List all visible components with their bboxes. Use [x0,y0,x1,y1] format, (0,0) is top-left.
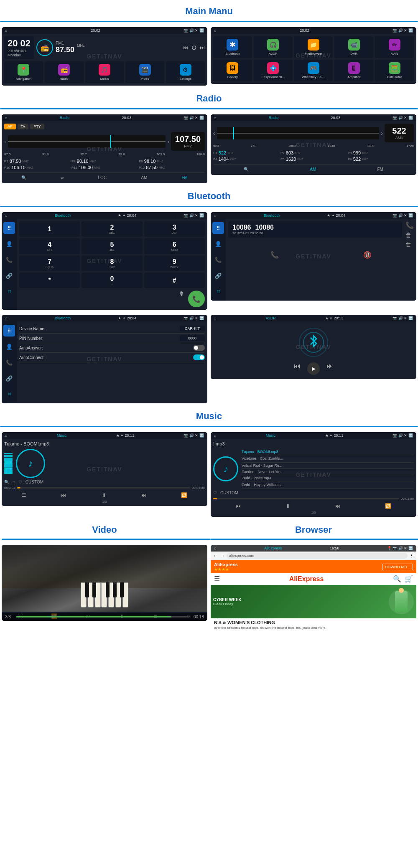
dial-star[interactable]: * [19,273,80,288]
dial-7[interactable]: 7PQRS [19,256,80,271]
app-dvr[interactable]: 📹 DVR [334,36,373,58]
a2dp-next-btn[interactable]: ⏭ [326,362,333,375]
playlist-item-4[interactable]: Zedd - Ignite.mp3 [242,475,414,481]
playlist-item-5[interactable]: Zedd、Hayley Williams... [242,481,414,489]
dial-8[interactable]: 8TUV [82,256,142,271]
dialpad-icon3[interactable]: ⠿ [3,325,15,337]
bt-sidebar-bt-icon2[interactable]: ⌗ [212,286,224,297]
browser-address-bar[interactable]: aliexpress.com [227,553,408,559]
home-icon-mm2[interactable]: ⌂ [214,28,216,33]
dial-0[interactable]: 0+ [82,273,142,288]
app-gallery[interactable]: 🖼 Gallery [213,60,252,81]
pin-value[interactable]: 0000 [180,335,205,341]
home-icon-browser[interactable]: ⌂ [214,546,216,550]
preset-p12[interactable]: P12 87.50 MHZ [139,165,205,170]
prev-btn-m2[interactable]: ⏮ [236,503,241,509]
search-btn1[interactable]: 🔍 [19,175,29,181]
fm-btn1[interactable]: FM [179,175,190,181]
contacts-icon[interactable]: 👤 [3,238,15,250]
preset-am-p6[interactable]: P6 522 KHZ [348,157,414,162]
tuner-prev-btn[interactable]: ‹ [4,138,6,145]
tuner-next-btn2[interactable]: › [381,130,383,137]
home-icon-m2[interactable]: ⌂ [214,433,216,438]
phone-tab-icon[interactable]: 📞 [270,251,279,259]
prev-btn-m1[interactable]: ⏮ [61,492,66,498]
app-bluetooth[interactable]: ✱ Bluetooth [213,36,252,58]
playlist-item-1[interactable]: Vicetone、Cozi Zuehls... [242,455,414,463]
tuner-prev-btn2[interactable]: ‹ [213,130,215,137]
preset-p11[interactable]: P11 108.00 MHZ [71,165,138,170]
app-wheelkey[interactable]: 🎮 Wheelkey Stu... [294,60,333,81]
home-icon-bt3[interactable]: ⌂ [5,316,7,320]
preset-am-p3[interactable]: P3 999 KHZ [348,150,414,155]
next-btn-m1[interactable]: ⏭ [141,492,146,498]
app-easyconn[interactable]: 💠 EasyConnecti... [254,60,293,81]
home-icon-r1[interactable]: ⌂ [5,116,7,120]
app-radio[interactable]: 📻 Radio [45,61,84,83]
a2dp-play-btn[interactable]: ▶ [307,362,320,375]
contacts-icon3[interactable]: 👤 [3,341,15,352]
end-call-icon[interactable]: 📵 [363,251,372,259]
app-video[interactable]: 🎬 Video [125,61,164,83]
heart-icon-m2[interactable]: ♡ [213,491,217,495]
contacts-icon2[interactable]: 👤 [212,238,224,250]
dial-6[interactable]: 6MNO [144,238,205,254]
progress-bar1[interactable] [17,487,190,488]
tuner-next-btn[interactable]: › [167,138,169,145]
preset-am-p4[interactable]: P4 1404 KHZ [213,157,279,162]
music-mode2[interactable]: CUSTOM [220,491,414,495]
playlist-item-2[interactable]: Virtual Riot - Sugar Ru... [242,463,414,469]
link-icon2[interactable]: 🔗 [212,270,224,281]
bt-sidebar-bt-icon3[interactable]: ⌗ [3,388,15,400]
dial-5[interactable]: 5JKL [82,238,142,254]
app-amplifier[interactable]: 🎛 Amplifier [334,60,373,81]
preset-p9[interactable]: P9 98.10 MHZ [139,159,205,164]
calls-icon3[interactable]: 📞 [3,357,15,368]
fm-btn2[interactable]: FM [375,166,385,172]
home-icon-mm1[interactable]: ⌂ [5,28,7,33]
playlist-icon-m1[interactable]: ☰ [22,492,26,498]
progress-bar2[interactable] [213,498,399,499]
ali-hamburger-icon[interactable]: ☰ [214,575,220,583]
app-filebrowser[interactable]: 📁 FileBrowser [294,36,333,58]
calls-icon[interactable]: 📞 [3,254,15,266]
dial-3[interactable]: 3DEF [144,221,205,237]
device-name-value[interactable]: CAR-KIT [180,326,205,332]
preset-am-p2[interactable]: P2 603 KHZ [280,150,347,155]
app-navigation[interactable]: 📍 Navigation [4,61,43,83]
radio-tab-af[interactable]: AF [4,124,16,129]
am-btn1[interactable]: AM [138,175,150,181]
preset-p8[interactable]: P8 90.10 MHZ [71,159,138,164]
bt-sidebar-bt-icon[interactable]: ⌗ [3,286,15,297]
a2dp-prev-btn[interactable]: ⏮ [294,362,301,375]
app-calculator[interactable]: 🧮 Calculator [375,60,414,81]
delete-all-icon[interactable]: 🗑 [405,241,414,248]
dial-1[interactable]: 1 [19,221,80,237]
link-icon[interactable]: 🔗 [3,270,15,281]
next-btn-m2[interactable]: ⏭ [335,503,340,509]
am-btn2[interactable]: AM [307,166,319,172]
radio-tab-ta[interactable]: TA [18,124,29,129]
video-progress-bar[interactable] [16,616,189,617]
dial-4[interactable]: 4GHI [19,238,80,254]
power-icon[interactable]: ⏻ [191,45,196,51]
music-mode1[interactable]: CUSTOM [25,480,205,484]
download-btn[interactable]: DOWNLOAD ↓ [382,564,413,570]
radio-tab-pty[interactable]: PTY [30,124,44,129]
loop-btn1[interactable]: ∞ [58,175,66,181]
search-btn2[interactable]: 🔍 [241,166,251,172]
mic-icon[interactable]: 🎙 [179,291,185,307]
app-avin[interactable]: ✏ AVIN [375,36,414,58]
dialpad-icon2[interactable]: ⠿ [212,222,224,234]
home-icon-bt2[interactable]: ⌂ [214,213,216,218]
autoconnect-toggle[interactable] [193,354,205,360]
link-icon3[interactable]: 🔗 [3,372,15,384]
play-pause-m2[interactable]: ⏸ [285,503,291,509]
home-icon-r2[interactable]: ⌂ [214,116,216,120]
answer-call-icon[interactable]: 📞 [405,221,414,229]
search-icon-m[interactable]: 🔍 [4,480,9,484]
app-settings[interactable]: ⚙ Settings [166,61,205,83]
ali-search-icon[interactable]: 🔍 [393,575,401,583]
preset-p10[interactable]: P10 106.10 MHZ [4,165,70,170]
browser-menu-icon[interactable]: ⋮ [409,553,414,559]
